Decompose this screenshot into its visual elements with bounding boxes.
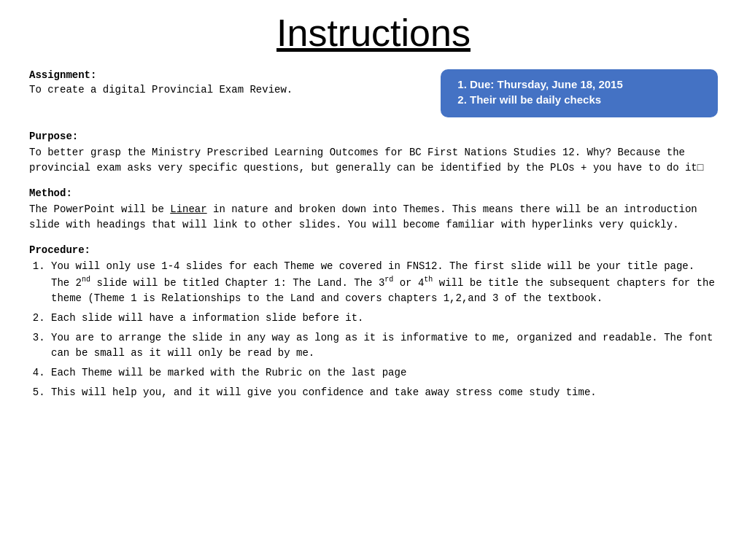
procedure-heading: Procedure: [29,244,718,256]
notice-item-2: Their will be daily checks [470,93,703,106]
procedure-item-5: This will help you, and it will give you… [51,385,718,400]
page-title: Instructions [29,7,718,55]
purpose-section: Purpose: To better grasp the Ministry Pr… [29,131,718,176]
method-text: The PowerPoint will be Linear in nature … [29,202,718,233]
top-section: Assignment: To create a digital Provinci… [29,69,718,117]
assignment-text: To create a digital Provincial Exam Revi… [29,84,426,96]
procedure-item-2: Each slide will have a information slide… [51,311,718,326]
procedure-section: Procedure: You will only use 1-4 slides … [29,244,718,400]
notice-item-1: Due: Thursday, June 18, 2015 [470,78,703,90]
procedure-list: You will only use 1-4 slides for each Th… [51,259,718,400]
procedure-item-3: You are to arrange the slide in any way … [51,330,718,361]
method-heading: Method: [29,187,718,199]
purpose-heading: Purpose: [29,131,718,142]
assignment-heading: Assignment: [29,69,426,81]
procedure-item-4: Each Theme will be marked with the Rubri… [51,365,718,381]
notice-box: Due: Thursday, June 18, 2015 Their will … [441,69,718,117]
procedure-item-1: You will only use 1-4 slides for each Th… [51,259,718,306]
notice-list: Due: Thursday, June 18, 2015 Their will … [470,78,703,106]
method-section: Method: The PowerPoint will be Linear in… [29,187,718,233]
purpose-text: To better grasp the Ministry Prescribed … [29,145,718,176]
assignment-block: Assignment: To create a digital Provinci… [29,69,426,96]
linear-word: Linear [170,203,206,215]
